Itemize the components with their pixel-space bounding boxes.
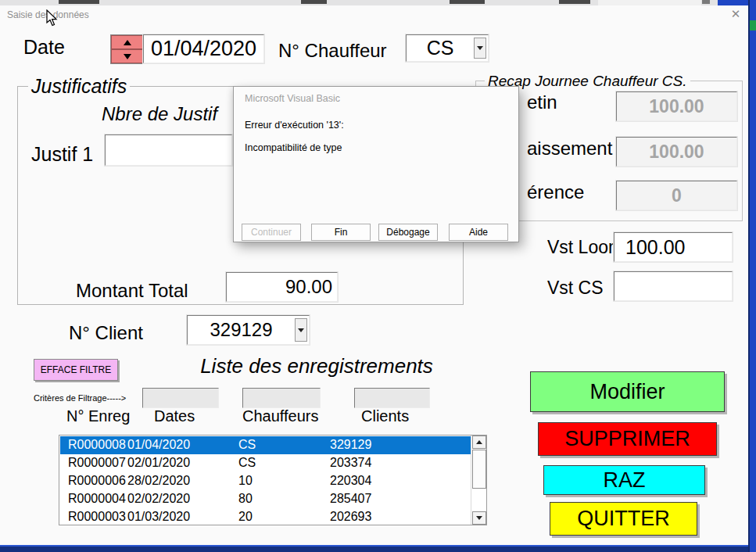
table-row[interactable]: R0000003 01/03/2020 20 202693 <box>60 508 471 526</box>
recap-row2-label: aissement <box>527 138 612 160</box>
spinner-up-button[interactable] <box>111 35 143 49</box>
records-listbox[interactable]: R0000008 01/04/2020 CS 329129 R0000007 0… <box>59 435 487 525</box>
cell-client: 202693 <box>330 510 371 524</box>
cell-chauffeur: 80 <box>238 492 253 506</box>
cell-chauffeur: CS <box>238 456 256 470</box>
nbre-justif-label: Nbre de Justif <box>102 103 217 125</box>
vst-cs-field[interactable] <box>614 271 733 301</box>
chevron-down-icon <box>298 328 304 332</box>
spinner-down-button[interactable] <box>111 49 143 63</box>
scrollbar-up-button[interactable] <box>472 436 486 449</box>
filter-chauffeurs-input[interactable] <box>242 388 321 408</box>
background-app-strip <box>0 0 718 5</box>
column-header-dates: Dates <box>154 407 195 425</box>
montant-total-label: Montant Total <box>76 280 188 302</box>
client-dropdown-button[interactable] <box>295 318 307 342</box>
dialog-title: Microsoft Visual Basic <box>245 93 340 104</box>
list-scrollbar[interactable] <box>471 436 486 525</box>
chauffeur-dropdown-button[interactable] <box>474 38 486 59</box>
justif1-label: Justif 1 <box>31 143 93 166</box>
recap-row3-field: 0 <box>616 181 737 210</box>
chevron-down-icon <box>477 46 483 50</box>
column-header-clients: Clients <box>361 407 409 425</box>
cell-client: 329129 <box>330 438 371 452</box>
recap-row3-label: érence <box>527 181 584 203</box>
client-value: 329129 <box>188 316 295 344</box>
background-window-bottom <box>0 545 748 552</box>
date-spinner[interactable] <box>110 34 144 64</box>
cell-chauffeur: CS <box>238 438 256 452</box>
quitter-button[interactable]: QUITTER <box>550 502 697 536</box>
fin-button[interactable]: Fin <box>311 224 371 241</box>
chauffeur-label: N° Chauffeur <box>278 40 387 62</box>
table-row[interactable]: R0000008 01/04/2020 CS 329129 <box>60 436 471 454</box>
arrow-up-icon <box>124 40 131 45</box>
table-row[interactable]: R0000007 02/01/2020 CS 203374 <box>60 454 471 472</box>
cell-chauffeur: 10 <box>238 474 253 488</box>
vst-cs-label: Vst CS <box>547 278 604 299</box>
recap-row2-field: 100.00 <box>616 137 737 167</box>
cell-enreg: R0000006 <box>68 474 126 488</box>
background-text-fragment <box>559 0 590 4</box>
close-icon[interactable]: ✕ <box>727 6 744 22</box>
background-text-fragment <box>59 0 99 4</box>
cell-enreg: R0000004 <box>68 492 126 506</box>
column-header-chauffeurs: Chauffeurs <box>242 407 318 425</box>
cell-client: 285407 <box>330 492 371 506</box>
arrow-down-icon <box>124 54 131 59</box>
vst-loomis-field[interactable]: 100.00 <box>614 232 733 262</box>
dialog-error-code: Erreur d'exécution '13': <box>245 120 344 131</box>
dialog-error-message: Incompatibilité de type <box>245 142 342 153</box>
background-window-corner <box>718 0 748 5</box>
chauffeur-value: CS <box>407 35 474 61</box>
cell-date: 02/01/2020 <box>127 456 190 470</box>
filter-clients-input[interactable] <box>354 388 430 408</box>
cell-date: 01/03/2020 <box>127 510 190 524</box>
scroll-arrow-fragment <box>702 0 710 4</box>
recap-row1-label: etin <box>527 91 557 113</box>
filter-dates-input[interactable] <box>142 388 219 408</box>
background-text-fragment <box>301 0 327 4</box>
client-combobox[interactable]: 329129 <box>187 315 310 345</box>
debogage-button[interactable]: Débogage <box>378 224 438 241</box>
scrollbar-thumb[interactable] <box>472 450 486 489</box>
client-label: N° Client <box>69 322 143 344</box>
column-header-enreg: N° Enreg <box>66 407 130 425</box>
background-text-fragment <box>450 0 485 4</box>
aide-button[interactable]: Aide <box>449 224 508 241</box>
criteres-filtrage-label: Critères de Filtrage-----> <box>34 393 126 403</box>
cell-date: 28/02/2020 <box>127 474 190 488</box>
table-row[interactable]: R0000004 02/02/2020 80 285407 <box>60 490 471 508</box>
efface-filtre-button[interactable]: EFFACE FILTRE <box>34 359 118 381</box>
arrow-up-icon <box>476 440 482 444</box>
cell-enreg: R0000003 <box>68 510 126 524</box>
cell-enreg: R0000007 <box>68 456 126 470</box>
justificatifs-frame-title: Justificatifs <box>28 75 130 98</box>
cell-chauffeur: 20 <box>238 510 253 524</box>
table-row[interactable]: R0000006 28/02/2020 10 220304 <box>60 472 471 490</box>
cell-date: 01/04/2020 <box>127 438 190 452</box>
list-title: Liste des enregistrements <box>188 354 446 378</box>
recap-row1-field: 100.00 <box>616 91 737 121</box>
excel-icon-fragment <box>750 20 756 30</box>
supprimer-button[interactable]: SUPPRIMER <box>538 422 717 456</box>
cell-date: 02/02/2020 <box>127 492 190 506</box>
cell-client: 203374 <box>330 456 371 470</box>
date-field[interactable]: 01/04/2020 <box>143 34 264 63</box>
montant-total-field[interactable]: 90.00 <box>226 272 338 302</box>
vba-error-dialog: Microsoft Visual Basic Erreur d'exécutio… <box>233 86 519 242</box>
chauffeur-combobox[interactable]: CS <box>406 34 489 62</box>
raz-button[interactable]: RAZ <box>543 465 705 495</box>
justif1-field[interactable] <box>105 134 232 166</box>
continuer-button: Continuer <box>242 224 301 241</box>
mouse-cursor-icon <box>45 9 58 27</box>
modifier-button[interactable]: Modifier <box>530 371 725 412</box>
cell-client: 220304 <box>330 474 371 488</box>
background-scrollbar-fragment <box>598 0 701 5</box>
arrow-down-icon <box>476 516 482 520</box>
date-label: Date <box>23 36 65 59</box>
scrollbar-down-button[interactable] <box>472 511 486 525</box>
cell-enreg: R0000008 <box>68 438 126 452</box>
background-window-edge <box>748 0 756 552</box>
